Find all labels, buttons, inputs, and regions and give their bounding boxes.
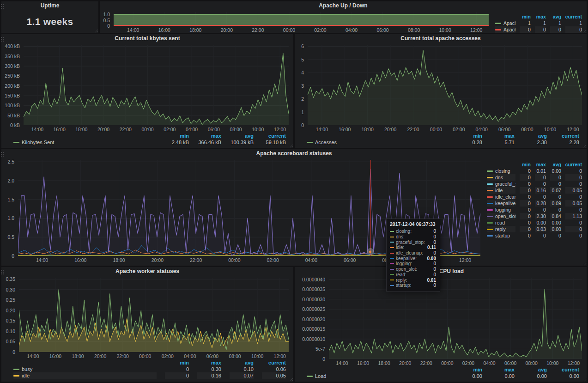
y-tick-label: 0.0000025 [302,306,325,312]
legend-series-read[interactable]: read [487,219,515,226]
legend-header-max[interactable]: max [197,359,221,366]
panel-apache-up-down: Apache Up / Down 1.00.50 14:0016:0018:00… [100,1,587,33]
legend-series-Load[interactable]: Load [307,373,450,379]
legend-max-value: 1 [535,20,546,26]
x-tick-label: 16:00 [53,127,65,132]
x-tick-label: 12:00 [274,127,286,132]
legend-current-value: 0 [565,168,582,174]
legend-header-avg[interactable]: avg [523,366,547,373]
series-color-dash-icon [487,196,493,198]
y-axis: 1.00.50 [100,12,114,26]
y-tick-label: 50 kB [7,113,20,118]
legend-header-min[interactable]: min [520,161,531,168]
legend-min-value: 0 [520,174,531,181]
legend-series-Kilobytes Sent[interactable]: Kilobytes Sent [13,139,157,146]
legend-series-label: dns [495,175,503,180]
legend: minmaxavgcurrentApache Up1111Apache Down… [493,10,587,33]
y-tick-label: 2.0 [7,178,14,183]
legend-header-max[interactable]: max [535,13,546,20]
row-drag-handle[interactable] [0,36,4,42]
legend-series-idle_cleanup[interactable]: idle_cleanup [487,194,515,200]
legend-header-min[interactable]: min [458,366,482,373]
legend-header-current[interactable]: current [262,359,286,366]
legend-max-value: 0 [535,174,546,181]
chart-plot[interactable] [329,278,582,359]
legend-max-value: 0 [535,194,546,200]
chart-plot[interactable] [19,278,289,352]
x-tick-label: 00:00 [430,127,442,132]
panel-title[interactable]: Current total apache accesses [295,34,587,43]
y-tick-label: 1.5 [7,197,14,202]
legend-series-idle[interactable]: idle [13,372,157,379]
uptime-value: 1.1 weeks [1,10,98,33]
legend-header-max[interactable]: max [491,366,515,373]
panel-title[interactable]: Apache CPU load [295,267,587,276]
x-tick-label: 16:00 [49,353,61,359]
legend-min-value: 1 [520,20,531,26]
row-drag-handle[interactable] [0,269,4,275]
legend-series-label: Accesses [315,140,337,145]
legend-series-idle[interactable]: idle [487,187,515,194]
legend-header-current[interactable]: current [565,161,582,168]
legend-series-startup[interactable]: startup [487,232,515,239]
row-drag-handle[interactable] [0,152,4,157]
legend-header-avg[interactable]: avg [550,13,561,20]
legend-series-Apache Up[interactable]: Apache Up [495,20,515,26]
legend-series-label: busy [22,366,32,372]
x-tick-label: 04:00 [346,27,358,33]
chart-plot[interactable] [308,45,582,125]
legend-series-logging[interactable]: logging [487,207,515,213]
x-tick-label: 12:00 [274,353,286,359]
legend-series-open_slot[interactable]: open_slot [487,213,515,219]
legend-avg-value: 0.10 [230,366,254,372]
panel-title[interactable]: Apache Up / Down [100,1,587,10]
panel-title[interactable]: Apache scoreboard statuses [1,149,587,158]
legend-header-current[interactable]: current [262,133,286,139]
x-tick-label: 20:00 [384,127,396,132]
legend-header-current[interactable]: current [565,13,582,20]
x-tick-label: 08:00 [526,360,538,366]
x-tick-label: 06:00 [206,353,218,359]
legend-header-max[interactable]: max [535,161,546,168]
x-tick-label: 22:00 [252,27,264,33]
legend-header-avg[interactable]: avg [523,133,547,139]
y-tick-label: 0.0000030 [302,297,325,302]
legend-current-value: 0.00 [555,373,579,379]
legend-series-Accesses[interactable]: Accesses [307,139,450,146]
legend-header-min[interactable]: min [520,13,531,20]
legend-series-closing[interactable]: closing [487,168,515,174]
x-tick-label: 08:00 [229,353,241,359]
row-drag-handle[interactable] [0,4,4,9]
chart-plot[interactable] [18,160,480,256]
legend-series-label: keepalive [495,201,515,206]
y-tick-label: 5e-7 [315,346,325,352]
legend-series-keepalive[interactable]: keepalive [487,200,515,207]
legend-series-Apache Down[interactable]: Apache Down [495,26,515,33]
legend-max-value: 0.00 [491,373,515,379]
x-axis: 14:0016:0018:0020:0022:0000:0002:0004:00… [19,352,289,359]
legend-series-busy[interactable]: busy [13,366,157,372]
y-tick-label: 0.5 [7,234,14,240]
legend-header-min[interactable]: min [458,133,482,139]
legend-series-graceful_stop[interactable]: graceful_stop [487,181,515,187]
legend-series-dns[interactable]: dns [487,174,515,181]
legend-header-max[interactable]: max [197,133,221,139]
legend-header-avg[interactable]: avg [230,359,254,366]
legend-avg-value: 0 [550,232,561,239]
legend-header-min[interactable]: min [165,133,189,139]
panel-apache-accesses: Current total apache accesses 6543210 14… [295,34,587,148]
legend-header-avg[interactable]: avg [550,161,561,168]
x-tick-label: 18:00 [362,127,374,132]
legend-header-current[interactable]: current [555,133,579,139]
chart-plot[interactable] [114,12,489,26]
legend-header-max[interactable]: max [491,133,515,139]
panel-title[interactable]: Apache worker statuses [1,267,293,276]
chart-plot[interactable] [24,45,289,125]
panel-title[interactable]: Current total kbytes sent [1,34,293,43]
x-tick-label: 06:00 [344,257,356,263]
panel-title[interactable]: Uptime [1,1,98,10]
legend-header-avg[interactable]: avg [230,133,254,139]
legend-series-reply[interactable]: reply [487,226,515,232]
legend-header-min[interactable]: min [165,359,189,366]
legend-header-current[interactable]: current [555,366,579,373]
